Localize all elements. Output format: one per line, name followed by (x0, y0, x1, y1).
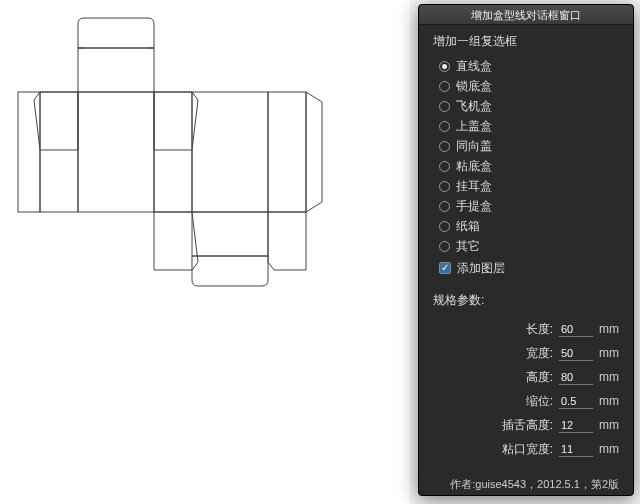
add-layer-checkbox-row[interactable]: ✓ 添加图层 (439, 258, 621, 278)
params-group: 长度:mm宽度:mm高度:mm缩位:mm插舌高度:mm粘口宽度:mm (433, 317, 621, 461)
option-label: 挂耳盒 (456, 178, 492, 195)
param-input[interactable] (559, 369, 593, 385)
design-canvas (0, 0, 410, 504)
option-group-label: 增加一组复选框 (433, 33, 621, 50)
box-type-option[interactable]: 挂耳盒 (439, 176, 621, 196)
add-layer-label: 添加图层 (457, 260, 505, 277)
param-input[interactable] (559, 393, 593, 409)
param-row: 高度:mm (433, 365, 621, 389)
svg-rect-1 (18, 92, 40, 212)
radio-icon (439, 161, 450, 172)
dialog-window: 增加盒型线对话框窗口 增加一组复选框 直线盒锁底盒飞机盒上盖盒同向盖粘底盒挂耳盒… (418, 4, 634, 496)
radio-icon (439, 141, 450, 152)
param-input[interactable] (559, 441, 593, 457)
svg-rect-7 (192, 212, 268, 256)
box-type-option[interactable]: 手提盒 (439, 196, 621, 216)
radio-icon (439, 81, 450, 92)
box-type-radio-group: 直线盒锁底盒飞机盒上盖盒同向盖粘底盒挂耳盒手提盒纸箱其它 (439, 56, 621, 256)
radio-icon (439, 121, 450, 132)
param-label: 粘口宽度: (502, 441, 553, 458)
option-label: 其它 (456, 238, 480, 255)
svg-rect-0 (78, 48, 154, 92)
box-type-option[interactable]: 粘底盒 (439, 156, 621, 176)
box-dieline (0, 0, 410, 504)
param-unit: mm (599, 370, 621, 384)
option-label: 锁底盒 (456, 78, 492, 95)
param-label: 长度: (526, 321, 553, 338)
param-input[interactable] (559, 321, 593, 337)
svg-rect-4 (154, 92, 192, 212)
checkmark-icon: ✓ (439, 262, 451, 274)
box-type-option[interactable]: 同向盖 (439, 136, 621, 156)
param-unit: mm (599, 346, 621, 360)
radio-icon (439, 181, 450, 192)
radio-icon (439, 101, 450, 112)
radio-icon (439, 221, 450, 232)
param-row: 粘口宽度:mm (433, 437, 621, 461)
param-label: 高度: (526, 369, 553, 386)
box-type-option[interactable]: 其它 (439, 236, 621, 256)
option-label: 粘底盒 (456, 158, 492, 175)
param-input[interactable] (559, 345, 593, 361)
author-footer: 作者:guise4543，2012.5.1，第2版 (433, 477, 621, 492)
option-label: 手提盒 (456, 198, 492, 215)
param-row: 缩位:mm (433, 389, 621, 413)
option-label: 直线盒 (456, 58, 492, 75)
radio-icon (439, 241, 450, 252)
svg-rect-6 (268, 92, 306, 212)
param-label: 缩位: (526, 393, 553, 410)
param-unit: mm (599, 442, 621, 456)
box-type-option[interactable]: 锁底盒 (439, 76, 621, 96)
box-type-option[interactable]: 直线盒 (439, 56, 621, 76)
box-type-option[interactable]: 飞机盒 (439, 96, 621, 116)
param-unit: mm (599, 322, 621, 336)
dialog-title: 增加盒型线对话框窗口 (471, 9, 581, 21)
svg-rect-5 (192, 92, 268, 212)
radio-icon (439, 201, 450, 212)
option-label: 飞机盒 (456, 98, 492, 115)
param-unit: mm (599, 394, 621, 408)
box-type-option[interactable]: 上盖盒 (439, 116, 621, 136)
option-label: 上盖盒 (456, 118, 492, 135)
param-row: 插舌高度:mm (433, 413, 621, 437)
dialog-body: 增加一组复选框 直线盒锁底盒飞机盒上盖盒同向盖粘底盒挂耳盒手提盒纸箱其它 ✓ 添… (419, 25, 633, 495)
params-section-label: 规格参数: (433, 292, 621, 309)
param-input[interactable] (559, 417, 593, 433)
param-row: 宽度:mm (433, 341, 621, 365)
param-label: 插舌高度: (502, 417, 553, 434)
svg-rect-2 (40, 92, 78, 212)
dialog-titlebar[interactable]: 增加盒型线对话框窗口 (419, 5, 633, 25)
param-row: 长度:mm (433, 317, 621, 341)
option-label: 同向盖 (456, 138, 492, 155)
box-type-option[interactable]: 纸箱 (439, 216, 621, 236)
radio-icon (439, 61, 450, 72)
param-unit: mm (599, 418, 621, 432)
svg-rect-3 (78, 92, 154, 212)
option-label: 纸箱 (456, 218, 480, 235)
param-label: 宽度: (526, 345, 553, 362)
